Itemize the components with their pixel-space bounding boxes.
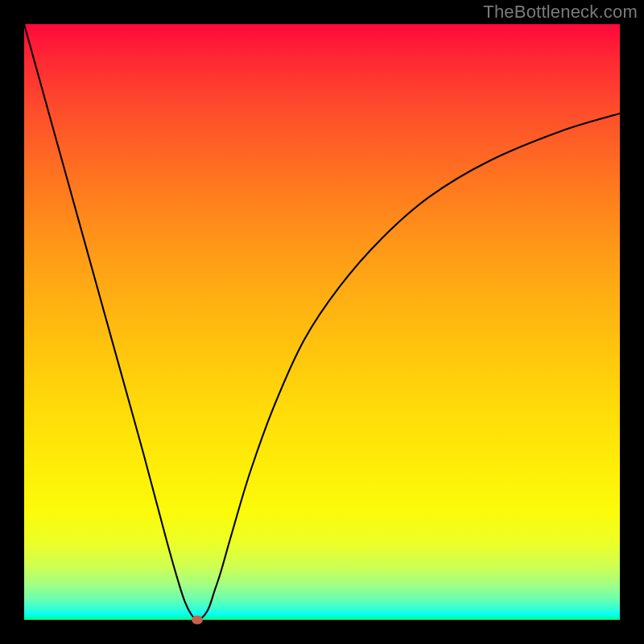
bottleneck-curve (24, 24, 620, 620)
plot-area (24, 24, 620, 620)
minimum-marker (192, 616, 203, 625)
curve-svg (24, 24, 620, 620)
watermark-text: TheBottleneck.com (483, 2, 638, 23)
chart-frame: TheBottleneck.com (0, 0, 644, 644)
